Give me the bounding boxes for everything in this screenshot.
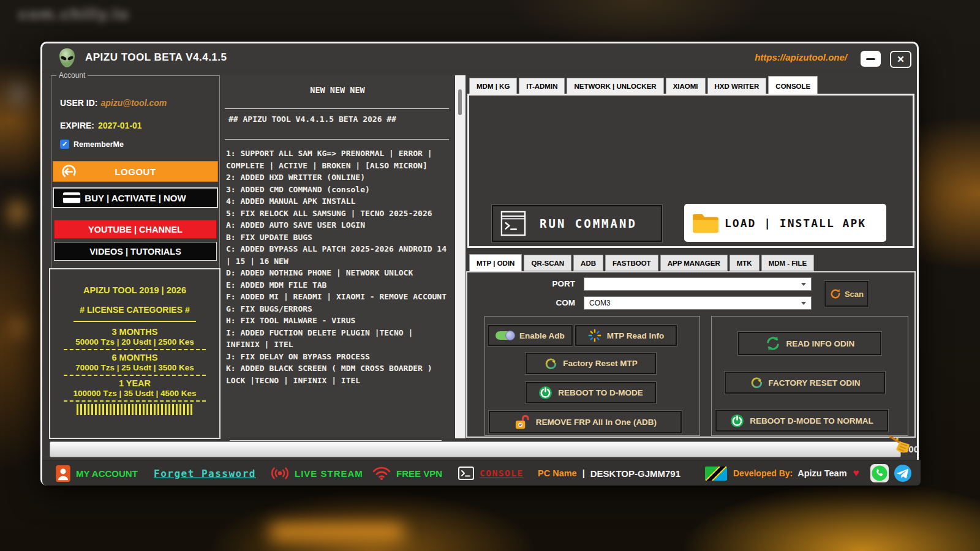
forget-password-link[interactable]: Forget Password	[154, 460, 256, 486]
reboot-dmode-button[interactable]: REBOOT TO D-MODE	[526, 382, 656, 403]
tab-mdm-kg[interactable]: MDM | KG	[469, 78, 517, 95]
buy-activate-button[interactable]: BUY | ACTIVATE | NOW	[53, 187, 218, 208]
logout-icon	[61, 163, 77, 180]
license-title: APIZU TOOL 2019 | 2026	[50, 285, 219, 295]
my-account-link[interactable]: MY ACCOUNT	[56, 460, 138, 486]
license-price: 50000 Tzs | 20 Usdt | 2500 Kes	[50, 337, 219, 347]
changelog-panel: NEW NEW NEW ## APIZU TOOL V4.4.1.5 BETA …	[221, 75, 454, 438]
logout-button[interactable]: LOGOUT	[53, 161, 218, 182]
reset-circle-icon	[750, 376, 763, 389]
pc-name-label: PC Name	[538, 468, 577, 478]
remember-me-checkbox[interactable]: ✓	[60, 140, 69, 149]
live-stream-link[interactable]: LIVE STREAM	[270, 460, 363, 486]
user-icon	[56, 465, 70, 482]
whatsapp-icon	[870, 464, 889, 482]
scan-label: Scan	[845, 290, 864, 299]
sync-icon	[765, 335, 781, 351]
scrollbar-thumb[interactable]	[458, 89, 462, 115]
pc-name: PC Name | DESKTOP-GJMM791	[538, 460, 680, 486]
tab-mdm-file[interactable]: MDM - FILE	[761, 255, 815, 271]
license-separator	[64, 400, 206, 402]
tab-mtk[interactable]: MTK	[729, 255, 760, 271]
tab-it-admin[interactable]: IT-ADMIN	[519, 78, 565, 95]
reboot-icon	[730, 414, 744, 428]
load-install-apk-button[interactable]: LOAD | INSTALL APK	[684, 204, 886, 242]
toggle-on-icon	[496, 331, 514, 340]
changelog-scrollbar[interactable]	[455, 75, 466, 438]
factory-reset-mtp-button[interactable]: Factory Reset MTP	[526, 353, 656, 374]
alien-logo-icon	[57, 48, 77, 70]
videos-tutorials-button[interactable]: VIDEOS | TUTORIALS	[54, 242, 217, 261]
pc-name-value: DESKTOP-GJMM791	[590, 468, 680, 479]
minimize-icon	[866, 58, 875, 60]
close-icon: ✕	[897, 54, 905, 65]
run-command-label: RUN COMMAND	[540, 217, 637, 230]
factory-reset-odin-label: FACTORY RESET ODIN	[769, 378, 861, 388]
mtp-read-info-button[interactable]: MTP Read Info	[575, 325, 677, 346]
top-tab-bar: MDM | KGIT-ADMINNETWORK | UNLOCKERXIAOMI…	[469, 75, 818, 95]
read-info-odin-label: READ INFO ODIN	[786, 339, 855, 348]
tab-app-manager[interactable]: APP MANAGER	[660, 255, 728, 271]
read-info-odin-button[interactable]: READ INFO ODIN	[738, 332, 881, 355]
scan-button[interactable]: Scan	[824, 281, 869, 307]
remove-frp-button[interactable]: REMOVE FRP All In One (ADB)	[489, 411, 682, 433]
youtube-channel-button[interactable]: YOUTUBE | CHANNEL	[54, 220, 217, 239]
app-title: APIZU TOOL BETA V4.4.1.5	[85, 51, 227, 64]
live-stream-label: LIVE STREAM	[295, 468, 363, 479]
factory-reset-odin-button[interactable]: FACTORY RESET ODIN	[725, 372, 885, 394]
license-term: 3 MONTHS	[50, 327, 219, 337]
status-bar: MY ACCOUNT Forget Password LIVE STREAM	[42, 460, 921, 485]
background-blur-text: com.chilly.lo	[18, 5, 130, 24]
refresh-icon	[829, 288, 842, 300]
whatsapp-link[interactable]	[870, 460, 889, 486]
changelog-divider	[225, 139, 449, 140]
reset-circle-icon	[544, 357, 557, 370]
broom-icon[interactable]	[885, 433, 913, 460]
progress-bar	[50, 441, 901, 457]
changelog-version: ## APIZU TOOL V4.4.1.5 BETA 2026 ##	[228, 114, 396, 124]
minimize-button[interactable]	[861, 51, 881, 67]
account-group-label: Account	[56, 71, 88, 80]
run-command-button[interactable]: RUN COMMAND	[492, 205, 662, 242]
license-divider	[74, 321, 196, 322]
user-id-value: apizu@tool.com	[100, 98, 167, 108]
tab-hxd-writer[interactable]: HXD WRITER	[707, 78, 767, 95]
changelog-divider	[230, 440, 442, 441]
port-label: PORT	[532, 279, 575, 288]
tab-fastboot[interactable]: FASTBOOT	[605, 255, 658, 271]
tab-adb[interactable]: ADB	[573, 255, 603, 271]
telegram-icon	[894, 464, 912, 482]
console-label: CONSOLE	[480, 468, 524, 478]
wifi-icon	[372, 466, 391, 481]
heart-icon: ♥	[853, 467, 859, 479]
reboot-icon	[538, 386, 552, 400]
tab-mtp-odin[interactable]: MTP | ODIN	[469, 254, 522, 272]
reboot-dmode-label: REBOOT TO D-MODE	[558, 388, 643, 397]
tab-network-unlocker[interactable]: NETWORK | UNLOCKER	[567, 78, 663, 95]
forget-password-label: Forget Password	[154, 468, 256, 479]
tab-xiaomi[interactable]: XIAOMI	[666, 78, 706, 95]
console-link[interactable]: CONSOLE	[458, 460, 524, 486]
chevron-down-icon	[801, 302, 806, 305]
telegram-link[interactable]	[894, 460, 912, 486]
app-window: APIZU TOOL BETA V4.4.1.5 https://apizuto…	[40, 42, 919, 485]
free-vpn-link[interactable]: FREE VPN	[372, 460, 442, 486]
terminal-small-icon	[458, 467, 474, 480]
license-items: 3 MONTHS50000 Tzs | 20 Usdt | 2500 Kes6 …	[50, 327, 219, 402]
app-url-link[interactable]: https://apizutool.one/	[755, 52, 847, 62]
developed-by-label: Developed By:	[733, 468, 793, 478]
enable-adb-button[interactable]: Enable Adb	[488, 325, 573, 346]
user-id-label: USER ID:	[60, 98, 97, 108]
background-blob	[10, 318, 27, 337]
expire-row: EXPIRE:2027-01-01	[60, 121, 142, 130]
reboot-normal-button[interactable]: REBOOT D-MODE TO NORMAL	[715, 410, 888, 432]
close-button[interactable]: ✕	[890, 51, 911, 68]
unlock-icon	[514, 414, 530, 431]
expire-value: 2027-01-01	[98, 121, 142, 130]
remember-me-label: RememberMe	[74, 140, 124, 149]
port-dropdown[interactable]	[584, 277, 812, 291]
terminal-icon	[500, 211, 526, 236]
bottom-tab-bar: MTP | ODINQR-SCANADBFASTBOOTAPP MANAGERM…	[469, 253, 814, 271]
tab-qr-scan[interactable]: QR-SCAN	[524, 255, 571, 271]
com-dropdown[interactable]: COM3	[584, 296, 812, 310]
